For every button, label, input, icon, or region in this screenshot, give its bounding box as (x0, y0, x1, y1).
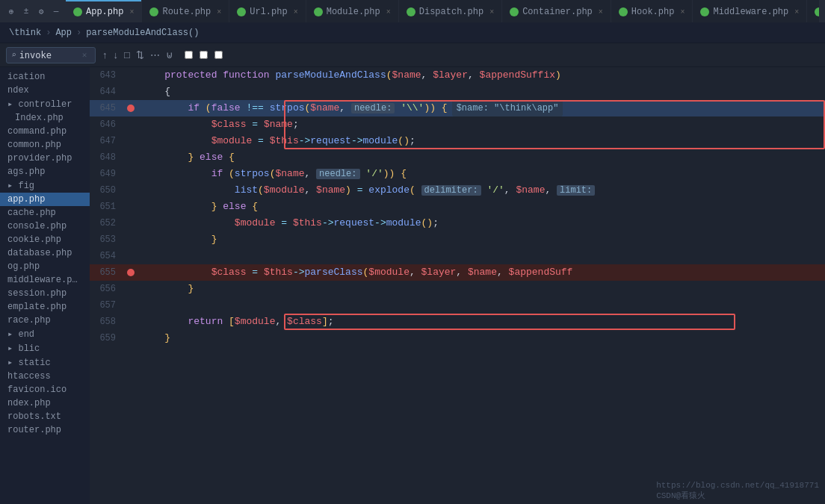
line-gutter-651[interactable] (123, 199, 138, 215)
line-gutter-656[interactable] (123, 281, 138, 297)
tab-icon (73, 7, 82, 16)
match-case-option[interactable] (185, 51, 195, 59)
main-area: icationndex▸ controllerIndex.phpcommand.… (0, 67, 825, 504)
tab-close-icon[interactable]: × (794, 8, 799, 16)
sidebar-item-race-php[interactable]: race.php (0, 314, 90, 327)
code-line-658: 658 return [$module, $class]; (90, 314, 825, 330)
line-content-645: if (false !== strpos($name, needle: '\\'… (138, 100, 825, 116)
tab-hook-php[interactable]: Hook.php× (611, 0, 693, 22)
sidebar-item-session-php[interactable]: session.php (0, 287, 90, 300)
line-number-659: 659 (90, 330, 123, 346)
sidebar-item-og-php[interactable]: og.php (0, 260, 90, 273)
sidebar-item-end[interactable]: ▸ end (0, 327, 90, 341)
line-gutter-652[interactable] (123, 215, 138, 231)
tab-route-php[interactable]: Route.php× (142, 0, 229, 22)
line-gutter-650[interactable] (123, 182, 138, 199)
words-checkbox[interactable] (200, 51, 208, 59)
tab-label: Route.php (162, 7, 211, 17)
search-type-icon: ⌕ (11, 50, 16, 60)
line-gutter-658[interactable] (123, 314, 138, 330)
regex-checkbox[interactable] (214, 51, 223, 59)
code-line-654: 654 (90, 248, 825, 264)
tab-close-icon[interactable]: × (680, 8, 685, 16)
tab-close-icon[interactable]: × (599, 8, 603, 16)
sidebar-item-fig[interactable]: ▸ fig (0, 178, 90, 193)
line-number-647: 647 (90, 133, 123, 149)
line-gutter-654[interactable] (123, 248, 138, 264)
line-content-643: protected function parseModuleAndClass($… (138, 67, 825, 84)
minus-icon[interactable]: ± (21, 6, 31, 16)
tab-icon (510, 7, 519, 16)
watermark-url: https://blog.csdn.net/qq_41918771 (656, 481, 819, 490)
line-content-659: } (138, 330, 825, 346)
sidebar-item-ndex[interactable]: ndex (0, 84, 90, 97)
watermark: https://blog.csdn.net/qq_41918771CSDN@看猿… (656, 481, 819, 501)
line-gutter-659[interactable] (123, 330, 138, 346)
line-gutter-646[interactable] (123, 116, 138, 133)
code-line-652: 652 $module = $this->request->module(); (90, 215, 825, 231)
gear-icon[interactable]: ⚙ (36, 6, 46, 16)
search-input[interactable] (19, 50, 79, 60)
sidebar-item-static[interactable]: ▸ static (0, 355, 90, 370)
line-gutter-645[interactable] (123, 100, 138, 116)
tab-container-php[interactable]: Container.php× (502, 0, 611, 22)
more-options-button[interactable]: ⋯ (148, 48, 162, 62)
tab-dispatch-php[interactable]: Dispatch.php× (399, 0, 501, 22)
expand-button[interactable]: □ (122, 48, 132, 62)
tab-middleware-php[interactable]: Middleware.php× (693, 0, 806, 22)
tab-close-icon[interactable]: × (217, 8, 221, 16)
sidebar-item-htaccess[interactable]: htaccess (0, 370, 90, 383)
tab-close-icon[interactable]: × (489, 8, 494, 16)
tab-close-icon[interactable]: × (294, 8, 298, 16)
code-line-648: 648 } else { (90, 149, 825, 166)
funnel-icon[interactable]: ⊍ (164, 48, 176, 62)
sidebar-item-database-php[interactable]: database.php (0, 246, 90, 260)
sidebar-item-command-php[interactable]: command.php (0, 125, 90, 138)
sidebar-item-ication[interactable]: ication (0, 70, 90, 84)
match-case-checkbox[interactable] (185, 51, 193, 59)
sidebar-item-ags-php[interactable]: ags.php (0, 165, 90, 178)
line-number-643: 643 (90, 67, 123, 84)
prev-result-button[interactable]: ↑ (100, 48, 110, 62)
sidebar-item-ndex-php[interactable]: ndex.php (0, 396, 90, 410)
regex-option[interactable] (214, 51, 225, 59)
sidebar-item-blic[interactable]: ▸ blic (0, 341, 90, 355)
sidebar-item-app-php[interactable]: app.php (0, 193, 90, 206)
tab-label: Module.php (327, 7, 380, 17)
sidebar-item-router-php[interactable]: router.php (0, 423, 90, 437)
sidebar-item-favicon-ico[interactable]: favicon.ico (0, 383, 90, 396)
next-result-button[interactable]: ↓ (111, 48, 121, 62)
words-option[interactable] (200, 51, 210, 59)
line-gutter-653[interactable] (123, 231, 138, 248)
line-gutter-648[interactable] (123, 149, 138, 166)
tab-close-icon[interactable]: × (386, 8, 391, 16)
sidebar-item-console-php[interactable]: console.php (0, 220, 90, 233)
code-lines[interactable]: 643 protected function parseModuleAndCla… (90, 67, 825, 504)
line-gutter-649[interactable] (123, 166, 138, 182)
line-gutter-644[interactable] (123, 84, 138, 100)
clear-search-icon[interactable]: ✕ (82, 50, 87, 60)
sidebar-item-cache-php[interactable]: cache.php (0, 206, 90, 220)
sidebar-item-provider-php[interactable]: provider.php (0, 152, 90, 165)
line-gutter-647[interactable] (123, 133, 138, 149)
sidebar-item-emplate-php[interactable]: emplate.php (0, 300, 90, 314)
line-gutter-655[interactable] (123, 264, 138, 281)
line-gutter-657[interactable] (123, 297, 138, 314)
sidebar-item-Index-php[interactable]: Index.php (0, 111, 90, 125)
sidebar-item-cookie-php[interactable]: cookie.php (0, 233, 90, 246)
sidebar-item-middleware-php[interactable]: middleware.php (0, 273, 90, 287)
search-input-wrap[interactable]: ⌕ ✕ (6, 47, 96, 63)
tab-close-icon[interactable]: × (129, 8, 134, 16)
minimize-icon[interactable]: — (51, 6, 61, 16)
sidebar-item-robots-txt[interactable]: robots.txt (0, 410, 90, 423)
line-content-657 (138, 297, 825, 314)
settings-icon[interactable]: ⊕ (6, 6, 16, 16)
tab-app-php[interactable]: App.php× (66, 0, 141, 22)
tab-module-php[interactable]: Module.php× (306, 0, 398, 22)
sidebar-item-controller[interactable]: ▸ controller (0, 97, 90, 111)
line-gutter-643[interactable] (123, 67, 138, 84)
tab-url-php[interactable]: Url.php× (229, 0, 305, 22)
filter-button[interactable]: ⇅ (134, 48, 146, 62)
tab-r---[interactable]: R...× (807, 0, 819, 22)
sidebar-item-common-php[interactable]: common.php (0, 138, 90, 152)
